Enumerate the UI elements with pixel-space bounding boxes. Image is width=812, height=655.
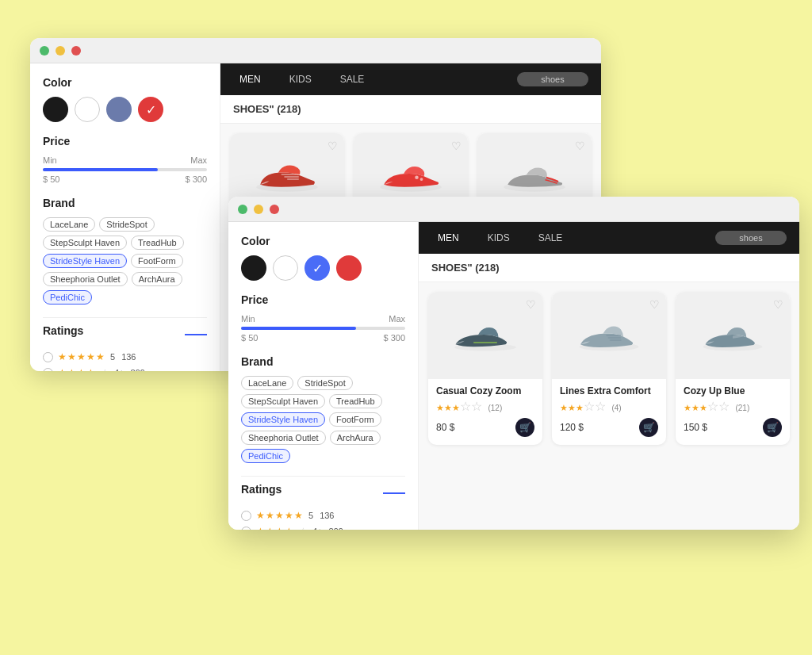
price-min-front: $ 50 — [241, 333, 258, 343]
brand-tag-stridespot-front[interactable]: StrideSpot — [297, 376, 352, 390]
product-card-3-front: ♡ Cozy Up Blue ★★★☆☆ (21 — [676, 292, 790, 445]
wishlist-2-front[interactable]: ♡ — [649, 298, 660, 311]
brand-tag-treadhub-back[interactable]: TreadHub — [131, 236, 184, 250]
dot-green-front[interactable] — [238, 205, 247, 214]
rating-radio-5-back[interactable] — [43, 352, 53, 362]
svg-rect-12 — [608, 337, 622, 339]
dot-yellow-front[interactable] — [254, 205, 263, 214]
swatch-blue-front[interactable]: ✓ — [304, 255, 330, 281]
swatch-red-front[interactable] — [336, 255, 362, 281]
card-reviews-2-front: (4) — [611, 404, 621, 412]
brand-tag-sheephoria-front[interactable]: Sheephoria Outlet — [241, 431, 326, 445]
stars-5-back: ★★★★★ — [58, 351, 105, 362]
swatch-red-back[interactable]: ✓ — [138, 97, 163, 122]
dot-green-back[interactable] — [40, 46, 49, 56]
brand-tag-lacelane-front[interactable]: LaceLane — [241, 376, 293, 390]
card-reviews-3-front: (21) — [735, 404, 749, 412]
cart-btn-3-front[interactable]: 🛒 — [763, 418, 782, 437]
rating-label-5-front: 5 — [308, 511, 313, 520]
filter-panel-back: Color ✓ Price Min Max $ 50 — [30, 63, 220, 371]
price-values-front: $ 50 $ 300 — [241, 333, 405, 343]
brand-tag-archaura-back[interactable]: ArchAura — [132, 272, 182, 286]
brand-tag-pedichic-back[interactable]: PediChic — [43, 290, 92, 305]
swatch-blue-back[interactable] — [106, 97, 132, 122]
ratings-line-back — [185, 334, 207, 335]
wishlist-1-front[interactable]: ♡ — [526, 298, 536, 311]
price-labels-front: Min Max — [241, 314, 405, 324]
svg-rect-11 — [606, 335, 621, 336]
swatch-black-front[interactable] — [241, 255, 266, 281]
brand-tag-stridespot-back[interactable]: StrideSpot — [99, 217, 154, 232]
nav-men-back[interactable]: MEN — [233, 71, 267, 88]
nav-sale-back[interactable]: SALE — [334, 71, 371, 88]
swatch-check-front: ✓ — [312, 261, 323, 276]
product-area-front: MEN KIDS SALE shoes SHOES" (218) ♡ — [419, 222, 799, 530]
search-bar-front[interactable]: shoes — [715, 231, 787, 245]
wishlist-3-front[interactable]: ♡ — [773, 298, 783, 311]
ratings-header-front: Ratings — [241, 483, 405, 504]
wishlist-1-back[interactable]: ♡ — [327, 140, 338, 152]
rating-radio-4-back[interactable] — [43, 368, 53, 372]
card-rating-3-front: ★★★☆☆ (21) — [684, 399, 782, 414]
brand-tag-stepsculpt-front[interactable]: StepSculpt Haven — [241, 394, 325, 408]
brand-tag-stridestyle-back[interactable]: StrideStyle Haven — [43, 254, 127, 268]
store-nav-front: MEN KIDS SALE shoes — [419, 222, 799, 254]
price-max-label-front: Max — [389, 314, 405, 324]
brand-section-front: Brand LaceLane StrideSpot StepSculpt Hav… — [241, 355, 405, 463]
rating-row-5-front: ★★★★★ 5 136 — [241, 510, 405, 521]
nav-kids-front[interactable]: KIDS — [481, 229, 516, 247]
rating-row-5-back: ★★★★★ 5 136 — [43, 351, 207, 362]
wishlist-3-back[interactable]: ♡ — [575, 140, 585, 152]
card-image-3-front: ♡ — [676, 292, 790, 379]
price-min-back: $ 50 — [43, 174, 59, 184]
card-price-2-front: 120 $ — [560, 422, 584, 433]
search-bar-back[interactable]: shoes — [517, 72, 588, 86]
svg-rect-2 — [284, 176, 299, 178]
swatch-white-back[interactable] — [75, 97, 100, 122]
nav-kids-back[interactable]: KIDS — [283, 71, 318, 88]
wishlist-2-back[interactable]: ♡ — [451, 140, 462, 152]
brand-tag-footform-back[interactable]: FootForm — [131, 254, 183, 268]
cart-btn-1-front[interactable]: 🛒 — [515, 418, 534, 437]
dot-red-back[interactable] — [71, 46, 81, 56]
brand-tag-stridestyle-front[interactable]: StrideStyle Haven — [241, 412, 325, 427]
rating-radio-4-front[interactable] — [241, 527, 251, 531]
brand-tag-lacelane-back[interactable]: LaceLane — [43, 217, 95, 232]
rating-radio-5-front[interactable] — [241, 511, 251, 521]
brand-tag-archaura-front[interactable]: ArchAura — [330, 431, 381, 445]
price-slider-front[interactable] — [241, 327, 405, 330]
cart-btn-2-front[interactable]: 🛒 — [639, 418, 658, 437]
brand-tag-footform-front[interactable]: FootForm — [329, 412, 381, 427]
brand-tag-stepsculpt-back[interactable]: StepSculpt Haven — [43, 236, 127, 250]
swatch-white-front[interactable] — [273, 255, 298, 281]
brand-tag-pedichic-front[interactable]: PediChic — [241, 449, 290, 463]
window-body-front: Color ✓ Price Min Max $ 50 — [228, 222, 799, 530]
card-bottom-2-front: 120 $ 🛒 — [560, 418, 658, 437]
ratings-label-front: Ratings — [241, 483, 282, 496]
nav-sale-front[interactable]: SALE — [532, 229, 569, 247]
brand-tag-treadhub-front[interactable]: TreadHub — [329, 394, 382, 408]
rating-label-4-back: 4+ — [114, 368, 124, 371]
brand-tag-sheephoria-back[interactable]: Sheephoria Outlet — [43, 272, 128, 286]
separator-front — [241, 476, 405, 477]
card-stars-empty-1-front: ☆☆ — [460, 400, 482, 413]
ratings-section-front: Ratings ★★★★★ 5 136 ★★★★☆ 4+ 899 — [241, 483, 405, 530]
dot-red-front[interactable] — [270, 205, 279, 214]
shoe-svg-2-front — [573, 312, 645, 359]
star-empty-4-back: ☆ — [101, 367, 109, 371]
stars-4-back: ★★★★ — [58, 367, 96, 371]
card-bottom-3-front: 150 $ 🛒 — [684, 418, 782, 437]
card-reviews-1-front: (12) — [488, 404, 502, 412]
price-slider-back[interactable] — [43, 168, 207, 171]
dot-yellow-back[interactable] — [56, 46, 65, 56]
rating-label-5-back: 5 — [110, 352, 115, 362]
rating-count-4-front: 899 — [329, 527, 343, 530]
swatch-black-back[interactable] — [43, 97, 68, 122]
product-grid-front: ♡ Casual Cozy Zoom ★★★☆ — [419, 282, 799, 454]
svg-rect-13 — [610, 339, 622, 341]
ratings-header-back: Ratings — [43, 324, 207, 345]
ratings-line-front — [383, 492, 405, 494]
nav-men-front[interactable]: MEN — [431, 229, 465, 247]
rating-row-4-front: ★★★★☆ 4+ 899 — [241, 526, 405, 530]
card-info-1-front: Casual Cozy Zoom ★★★☆☆ (12) 80 $ 🛒 — [428, 379, 542, 445]
